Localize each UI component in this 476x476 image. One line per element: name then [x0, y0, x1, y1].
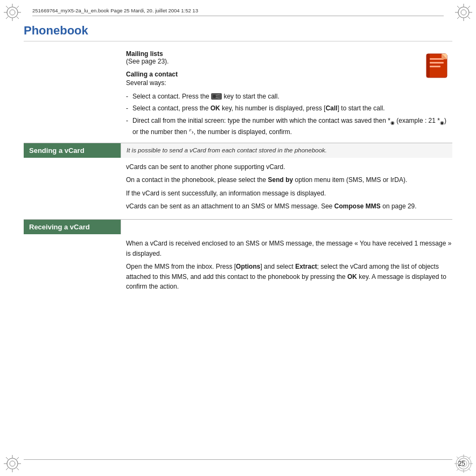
svg-point-20 [7, 458, 18, 469]
title-row: Phonebook [24, 24, 452, 41]
svg-line-6 [6, 6, 8, 8]
svg-line-27 [17, 468, 19, 470]
svg-line-19 [457, 17, 459, 19]
svg-line-16 [457, 6, 459, 8]
svg-line-18 [468, 6, 470, 8]
receiving-vcard-section: Receiving a vCard [24, 219, 452, 234]
sending-vcard-section: Sending a vCard It is possible to send a… [24, 143, 452, 158]
svg-line-40 [457, 468, 459, 471]
sending-para-3: If the vCard is sent successfully, an in… [126, 188, 452, 199]
svg-line-38 [468, 468, 471, 471]
svg-line-7 [17, 17, 19, 19]
sending-vcard-content: vCards can be sent to another phone supp… [24, 158, 452, 219]
sending-para-2: On a contact in the phonebook, please se… [126, 175, 452, 185]
page-metadata: 251669764_myX5-2a_lu_en.book Page 25 Mar… [32, 8, 444, 16]
sending-para-4: vCards can be sent as an attachment to a… [126, 201, 452, 212]
receiving-vcard-empty [121, 220, 452, 234]
svg-point-50 [213, 95, 216, 98]
calling-intro: Several ways: [126, 78, 452, 88]
svg-rect-46 [426, 54, 430, 78]
svg-line-29 [6, 468, 8, 470]
svg-line-8 [17, 6, 19, 8]
bullet-2: Select a contact, press the OK key, his … [126, 103, 452, 114]
right-column: Mailing lists (See page 23). Calling a c… [121, 50, 452, 143]
page-number: 25 [458, 460, 465, 467]
sending-vcard-note: It is possible to send a vCard from each… [121, 143, 452, 158]
svg-line-28 [17, 457, 19, 459]
receiving-para-2: Open the MMS from the inbox. Press [Opti… [126, 262, 452, 292]
bullet-1: Select a contact. Press the key to start… [126, 92, 452, 102]
left-column [24, 50, 121, 143]
receiving-vcard-header: Receiving a vCard [24, 220, 121, 234]
svg-rect-44 [430, 62, 444, 64]
svg-line-37 [457, 457, 459, 459]
svg-line-39 [468, 457, 471, 459]
svg-line-9 [6, 17, 8, 19]
svg-rect-45 [430, 66, 440, 67]
corner-decoration-bl [3, 454, 22, 473]
mailing-lists-section: Mailing lists (See page 23). [126, 50, 452, 65]
receiving-vcard-content: When a vCard is received enclosed to an … [24, 234, 452, 299]
sending-vcard-header: Sending a vCard [24, 143, 121, 158]
svg-point-11 [461, 10, 466, 15]
svg-line-26 [6, 457, 8, 459]
svg-point-0 [7, 7, 18, 18]
svg-point-21 [10, 461, 15, 466]
svg-point-1 [10, 10, 15, 15]
mailing-lists-text: (See page 23). [126, 58, 452, 65]
bottom-divider [24, 459, 452, 460]
content-area: Mailing lists (See page 23). Calling a c… [24, 50, 452, 143]
calling-bullets: Select a contact. Press the key to start… [126, 92, 452, 137]
calling-contact-section: Calling a contact Several ways: Select a… [126, 71, 452, 137]
corner-decoration-tr [454, 3, 473, 22]
page-title: Phonebook [24, 24, 452, 41]
phonebook-icon [422, 51, 452, 81]
receiving-para-1: When a vCard is received enclosed to an … [126, 239, 452, 258]
mailing-lists-label: Mailing lists [126, 50, 452, 58]
bullet-3: Direct call from the initial screen: typ… [126, 116, 452, 137]
svg-line-17 [468, 17, 470, 19]
calling-contact-label: Calling a contact [126, 71, 452, 78]
sending-para-1: vCards can be sent to another phone supp… [126, 162, 452, 172]
main-content: Phonebook [24, 24, 452, 452]
corner-decoration-tl [3, 3, 22, 22]
svg-point-10 [458, 7, 469, 18]
